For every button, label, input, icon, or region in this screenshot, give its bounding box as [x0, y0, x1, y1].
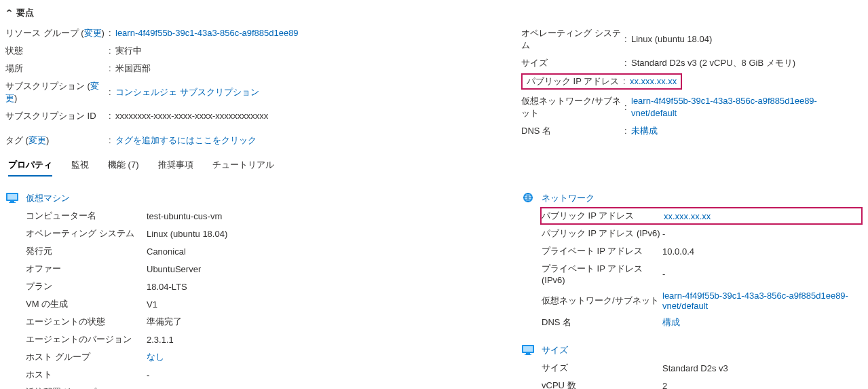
- ppg-label: 近接配置グループ: [26, 386, 147, 389]
- prop-os-label: オペレーティング システム: [26, 227, 147, 240]
- subscription-link[interactable]: コンシェルジェ サブスクリプション: [115, 86, 259, 98]
- network-public-ip-highlight: パブリック IP アドレス xx.xxx.xx.xx: [540, 207, 863, 225]
- svg-rect-8: [526, 353, 530, 354]
- network-icon: [521, 191, 535, 204]
- vcpu-label: vCPU 数: [542, 379, 662, 389]
- plan-value: 18.04-LTS: [147, 282, 187, 292]
- vm-gen-value: V1: [147, 299, 157, 310]
- net-private-ip-v6-label: プライベート IP アドレス (IPv6): [542, 263, 662, 285]
- vm-gen-label: VM の生成: [26, 298, 147, 310]
- net-dns-label: DNS 名: [542, 316, 662, 329]
- net-public-ip-label: パブリック IP アドレス: [542, 210, 664, 222]
- publisher-value: Canonical: [147, 246, 186, 257]
- net-vnet-link[interactable]: learn-4f49f55b-39c1-43a3-856c-a9f885d1ee…: [662, 291, 863, 311]
- net-private-ip-label: プライベート IP アドレス: [542, 245, 662, 257]
- net-public-ip-v6-label: パブリック IP アドレス (IPv6): [542, 227, 662, 240]
- net-private-ip-value: 10.0.0.4: [662, 246, 694, 257]
- size-value: Standard D2s v3 (2 vCPU、8 GiB メモリ): [631, 57, 795, 69]
- tags-add-link[interactable]: タグを追加するにはここをクリック: [115, 134, 257, 147]
- host-group-label: ホスト グループ: [26, 351, 147, 363]
- essentials-grid: リソース グループ (変更) : learn-4f49f55b-39c1-43a…: [5, 27, 863, 147]
- os-value: Linux (ubuntu 18.04): [631, 33, 712, 45]
- vcpu-value: 2: [662, 381, 667, 390]
- chevron-up-icon: ⌃: [5, 8, 14, 18]
- prop-os-value: Linux (ubuntu 18.04): [147, 229, 227, 239]
- public-ip-highlight: パブリック IP アドレス : xx.xxx.xx.xx: [521, 73, 682, 90]
- net-vnet-label: 仮想ネットワーク/サブネット: [542, 295, 662, 307]
- subscription-id-value: xxxxxxxx-xxxx-xxxx-xxxx-xxxxxxxxxxxx: [115, 110, 268, 122]
- tab-properties[interactable]: プロパティ: [8, 159, 52, 177]
- resource-group-link[interactable]: learn-4f49f55b-39c1-43a3-856c-a9f885d1ee…: [115, 27, 299, 39]
- net-dns-link[interactable]: 構成: [662, 316, 680, 329]
- resource-group-change-link[interactable]: 変更: [84, 28, 102, 38]
- network-section-title[interactable]: ネットワーク: [542, 191, 595, 204]
- vm-icon: [5, 191, 19, 204]
- svg-rect-2: [10, 201, 14, 202]
- svg-rect-9: [525, 354, 531, 355]
- tab-recommendations[interactable]: 推奨事項: [158, 159, 193, 177]
- computer-name-value: test-ubuntu-cus-vm: [147, 211, 222, 221]
- dns-link[interactable]: 未構成: [631, 125, 658, 137]
- dns-label: DNS 名: [521, 125, 624, 137]
- agent-version-value: 2.3.1.1: [147, 335, 174, 345]
- computer-name-label: コンピューター名: [26, 210, 147, 222]
- agent-status-label: エージェントの状態: [26, 316, 147, 328]
- subscription-id-label: サブスクリプション ID: [5, 110, 109, 122]
- offer-value: UbuntuServer: [147, 264, 201, 274]
- vnet-link[interactable]: learn-4f49f55b-39c1-43a3-856c-a9f885d1ee…: [631, 95, 863, 119]
- net-public-ip-link[interactable]: xx.xxx.xx.xx: [664, 211, 711, 221]
- tab-bar: プロパティ 監視 機能 (7) 推奨事項 チュートリアル: [5, 159, 863, 177]
- tags-change-link[interactable]: 変更: [29, 135, 46, 145]
- size-row-value: Standard D2s v3: [662, 363, 728, 373]
- vm-section-title[interactable]: 仮想マシン: [26, 191, 70, 204]
- tab-tutorials[interactable]: チュートリアル: [212, 159, 274, 177]
- svg-rect-1: [7, 194, 17, 200]
- tags-label: タグ (: [5, 135, 29, 145]
- public-ip-label: パブリック IP アドレス: [527, 75, 623, 88]
- essentials-toggle[interactable]: ⌃ 要点: [5, 7, 863, 19]
- size-row-label: サイズ: [542, 362, 662, 374]
- status-label: 状態: [5, 45, 109, 57]
- resource-group-label: リソース グループ (: [5, 28, 84, 38]
- net-public-ip-v6-value: -: [662, 229, 665, 239]
- essentials-title: 要点: [16, 7, 34, 19]
- size-icon: [521, 344, 535, 356]
- agent-status-value: 準備完了: [147, 316, 182, 328]
- status-value: 実行中: [115, 45, 142, 57]
- public-ip-link[interactable]: xx.xxx.xx.xx: [630, 75, 677, 88]
- publisher-label: 発行元: [26, 245, 147, 257]
- os-label: オペレーティング システム: [521, 27, 624, 52]
- offer-label: オファー: [26, 263, 147, 275]
- subscription-label: サブスクリプション (: [5, 81, 90, 91]
- svg-rect-3: [9, 202, 16, 203]
- agent-version-label: エージェントのバージョン: [26, 333, 147, 346]
- host-value: -: [147, 370, 149, 380]
- location-value: 米国西部: [115, 62, 151, 75]
- vnet-label: 仮想ネットワーク/サブネット: [521, 95, 624, 119]
- svg-rect-7: [523, 346, 533, 352]
- size-section-title[interactable]: サイズ: [542, 344, 568, 356]
- tab-capabilities[interactable]: 機能 (7): [108, 159, 139, 177]
- size-label: サイズ: [521, 57, 624, 69]
- net-private-ip-v6-value: -: [662, 269, 665, 279]
- location-label: 場所: [5, 62, 109, 75]
- tab-monitoring[interactable]: 監視: [71, 159, 89, 177]
- host-group-link[interactable]: なし: [147, 351, 164, 363]
- host-label: ホスト: [26, 369, 147, 381]
- plan-label: プラン: [26, 280, 147, 293]
